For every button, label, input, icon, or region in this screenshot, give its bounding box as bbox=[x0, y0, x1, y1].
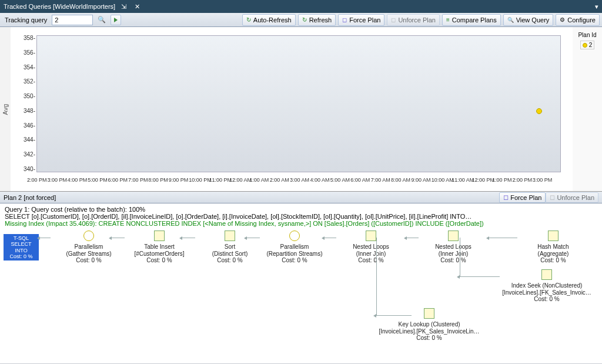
auto-refresh-button[interactable]: Auto-Refresh bbox=[242, 14, 296, 26]
plan-node-key-lookup[interactable]: Key Lookup (Clustered)[InvoiceLines].[PK… bbox=[370, 308, 488, 342]
query-sql-line: SELECT [o].[CustomerID], [o].[OrderID], … bbox=[5, 213, 597, 220]
plan-node-index-seek[interactable]: Index Seek (NonClustered)[InvoiceLines].… bbox=[494, 269, 600, 303]
compare-plans-button[interactable]: Compare Plans bbox=[442, 14, 501, 26]
play-button[interactable] bbox=[111, 15, 121, 25]
legend-item[interactable]: 2 bbox=[580, 41, 595, 49]
plan-node-parallelism-repartition[interactable]: Parallelism(Repartition Streams)Cost: 0 … bbox=[253, 231, 336, 264]
document-title: Tracked Queries [WideWorldImporters] bbox=[4, 3, 115, 10]
plot-box bbox=[36, 35, 561, 172]
unforce-plan-button[interactable]: Unforce Plan bbox=[387, 14, 440, 26]
y-axis-label: Avg bbox=[0, 27, 11, 191]
document-tab[interactable]: Tracked Queries [WideWorldImporters] ⇲ ✕ bbox=[4, 3, 142, 11]
auto-refresh-icon bbox=[246, 16, 251, 23]
query-text: Query 1: Query cost (relative to the bat… bbox=[0, 203, 602, 228]
legend-title: Plan Id bbox=[575, 32, 600, 38]
window-options-icon[interactable]: ▾ bbox=[595, 3, 598, 11]
tracking-query-input[interactable] bbox=[52, 15, 93, 25]
plan-title: Plan 2 [not forced] bbox=[4, 194, 56, 201]
title-bar: Tracked Queries [WideWorldImporters] ⇲ ✕… bbox=[0, 0, 602, 13]
plan-force-button[interactable]: Force Plan bbox=[499, 192, 546, 203]
refresh-button[interactable]: Refresh bbox=[298, 14, 336, 26]
force-plan-icon bbox=[342, 16, 347, 23]
legend-swatch bbox=[583, 43, 587, 48]
configure-button[interactable]: Configure bbox=[556, 14, 600, 26]
unforce-plan-icon bbox=[550, 193, 555, 201]
plan-unforce-button[interactable]: Unforce Plan bbox=[546, 192, 598, 203]
y-ticks: 358-356-354-352-350-348-346-344-342-340- bbox=[15, 35, 35, 172]
tab-close-icon[interactable]: ✕ bbox=[132, 3, 142, 11]
plan-node-hash-match[interactable]: Hash Match(Aggregate)Cost: 0 % bbox=[511, 231, 595, 264]
compare-icon bbox=[446, 16, 450, 23]
execution-plan[interactable]: T-SQL SELECT INTO Cost: 0 % Parallelism(… bbox=[0, 228, 602, 363]
legend: Plan Id 2 bbox=[573, 27, 602, 191]
view-icon bbox=[507, 16, 514, 23]
gear-icon bbox=[560, 16, 565, 23]
pin-icon[interactable]: ⇲ bbox=[119, 3, 129, 11]
query-cost-line: Query 1: Query cost (relative to the bat… bbox=[5, 206, 597, 213]
search-icon[interactable]: 🔍 bbox=[95, 16, 108, 24]
toolbar: Tracking query 🔍 Auto-Refresh Refresh Fo… bbox=[0, 13, 602, 27]
missing-index-line: Missing Index (Impact 35.4069): CREATE N… bbox=[5, 220, 597, 227]
plan-node-root[interactable]: T-SQL SELECT INTO Cost: 0 % bbox=[4, 234, 39, 261]
x-ticks: 2:00 PM3:00 PM4:00 PM5:00 PM6:00 PM7:00 … bbox=[36, 177, 561, 183]
force-plan-icon bbox=[503, 193, 509, 201]
refresh-icon bbox=[302, 16, 307, 23]
plan-node-nested-loops-2[interactable]: Nested Loops(Inner Join)Cost: 0 % bbox=[412, 231, 495, 264]
data-point[interactable] bbox=[536, 108, 542, 114]
plan-header: Plan 2 [not forced] Force Plan Unforce P… bbox=[0, 192, 602, 203]
view-query-button[interactable]: View Query bbox=[503, 14, 554, 26]
chart-area[interactable]: 358-356-354-352-350-348-346-344-342-340-… bbox=[11, 27, 573, 191]
chart-panel: Avg 358-356-354-352-350-348-346-344-342-… bbox=[0, 27, 602, 192]
unforce-plan-icon bbox=[391, 16, 396, 23]
tracking-label: Tracking query bbox=[2, 16, 49, 24]
force-plan-button[interactable]: Force Plan bbox=[338, 14, 384, 26]
plan-node-nested-loops-1[interactable]: Nested Loops(Inner Join)Cost: 0 % bbox=[329, 231, 413, 264]
